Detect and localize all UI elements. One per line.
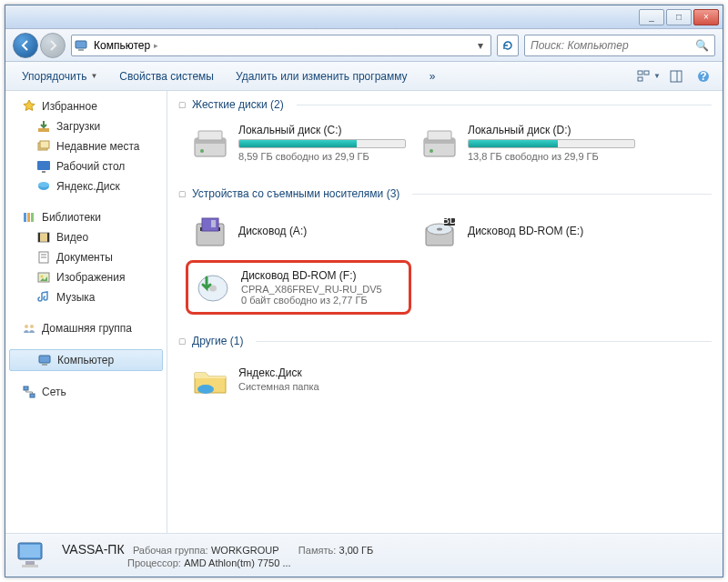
refresh-icon (501, 39, 514, 52)
pane-icon (670, 70, 682, 83)
svg-rect-11 (40, 141, 49, 148)
drive-item[interactable]: Локальный диск (C:)8,59 ГБ свободно из 2… (186, 118, 411, 167)
status-cpu-label: Процессор: (127, 557, 181, 568)
group-title: Другие (1) (192, 335, 243, 347)
computer-icon (74, 38, 88, 53)
refresh-button[interactable] (497, 35, 519, 56)
sidebar-computer[interactable]: Компьютер (9, 349, 163, 371)
toolbar: Упорядочить▼ Свойства системы Удалить ил… (5, 62, 723, 91)
svg-rect-32 (30, 394, 35, 397)
sidebar-favorites[interactable]: Избранное (5, 96, 167, 116)
triangle-icon: ▢ (178, 100, 187, 109)
minimize-button[interactable]: _ (639, 9, 664, 25)
svg-rect-2 (638, 71, 642, 75)
drive-item[interactable]: Дисковод (A:) (186, 207, 411, 256)
system-properties-button[interactable]: Свойства системы (110, 66, 223, 86)
sidebar-label: Документы (56, 251, 113, 264)
bdrom-icon: BD (420, 213, 459, 251)
drive-item[interactable]: Яндекс.ДискСистемная папка (186, 355, 411, 404)
sidebar-homegroup[interactable]: Домашняя группа (5, 318, 167, 338)
uninstall-program-button[interactable]: Удалить или изменить программу (227, 66, 417, 86)
svg-rect-9 (38, 128, 49, 132)
sidebar-item-desktop[interactable]: Рабочий стол (5, 156, 167, 176)
sidebar-item-recent[interactable]: Недавние места (5, 136, 167, 156)
navbar: Компьютер▸ ▾ 🔍 (5, 29, 723, 62)
search-box[interactable]: 🔍 (524, 35, 715, 56)
computer-icon (37, 353, 52, 367)
svg-rect-4 (638, 77, 642, 81)
sidebar-item-music[interactable]: Музыка (5, 287, 167, 307)
item-name: Дисковод BD-ROM (F:) (241, 269, 403, 282)
drive-item[interactable]: BDДисковод BD-ROM (E:) (415, 207, 641, 256)
sidebar-item-video[interactable]: Видео (5, 227, 167, 247)
drive-item[interactable]: Дисковод BD-ROM (F:)CPRA_X86FREV_RU-RU_D… (186, 260, 411, 315)
svg-rect-44 (211, 220, 216, 227)
forward-button[interactable] (40, 33, 66, 58)
yandex-disk-icon (36, 179, 51, 194)
folder-yd-icon (191, 360, 229, 398)
svg-text:BD: BD (442, 214, 458, 226)
svg-point-15 (38, 182, 49, 187)
computer-large-icon (15, 537, 51, 574)
divider (412, 194, 712, 195)
sidebar-network[interactable]: Сеть (5, 382, 167, 402)
organize-button[interactable]: Упорядочить▼ (13, 66, 106, 86)
floppy-icon (191, 213, 229, 251)
svg-rect-31 (24, 386, 28, 390)
svg-rect-56 (22, 565, 38, 567)
close-button[interactable]: × (693, 9, 719, 25)
desktop-icon (36, 159, 51, 174)
breadcrumb-item[interactable]: Компьютер▸ (88, 37, 164, 54)
item-name: Локальный диск (D:) (468, 124, 635, 136)
svg-rect-18 (31, 213, 34, 222)
svg-point-35 (200, 149, 204, 153)
status-memory: 3,00 ГБ (339, 545, 374, 556)
documents-icon (36, 250, 51, 265)
svg-rect-16 (24, 213, 26, 222)
hdd-icon (191, 124, 229, 162)
item-subtitle: Системная папка (238, 381, 406, 392)
breadcrumb-label: Компьютер (94, 39, 150, 52)
item-name: Локальный диск (C:) (238, 124, 406, 136)
toolbar-overflow-button[interactable]: » (420, 66, 445, 86)
svg-rect-13 (42, 171, 46, 173)
sidebar-item-documents[interactable]: Документы (5, 247, 167, 267)
svg-rect-55 (25, 561, 35, 565)
address-bar[interactable]: Компьютер▸ ▾ (71, 35, 491, 56)
sidebar-label: Яндекс.Диск (56, 180, 120, 193)
triangle-icon: ▢ (178, 189, 187, 198)
help-icon: ? (697, 70, 710, 83)
homegroup-icon (22, 321, 36, 336)
sidebar-label: Загрузки (56, 120, 100, 133)
item-free-space: 13,8 ГБ свободно из 29,9 ГБ (468, 151, 635, 162)
view-options-button[interactable]: ▼ (637, 66, 661, 86)
item-subtitle: CPRA_X86FREV_RU-RU_DV5 (241, 284, 403, 295)
back-button[interactable] (13, 33, 38, 58)
titlebar[interactable]: _ □ × (5, 5, 723, 29)
sidebar-label: Компьютер (57, 354, 114, 366)
preview-pane-button[interactable] (664, 66, 688, 86)
svg-rect-17 (27, 213, 30, 222)
drive-item[interactable]: Локальный диск (D:)13,8 ГБ свободно из 2… (415, 118, 641, 167)
address-dropdown[interactable]: ▾ (472, 39, 489, 52)
sidebar-label: Рабочий стол (56, 160, 125, 173)
sidebar-item-yandexdisk[interactable]: Яндекс.Диск (5, 176, 167, 196)
item-free-space: 8,59 ГБ свободно из 29,9 ГБ (238, 151, 406, 162)
sidebar-item-pictures[interactable]: Изображения (5, 267, 167, 287)
maximize-button[interactable]: □ (666, 9, 692, 25)
capacity-bar (238, 139, 406, 148)
sidebar-label: Изображения (56, 271, 125, 284)
content-pane: ▢Жесткие диски (2)Локальный диск (C:)8,5… (167, 91, 723, 533)
status-computer-name: VASSA-ПК (62, 542, 125, 557)
item-name: Дисковод (A:) (238, 225, 406, 237)
recent-icon (36, 139, 51, 154)
sidebar-item-downloads[interactable]: Загрузки (5, 116, 167, 136)
group-header[interactable]: ▢Другие (1) (167, 331, 723, 351)
help-button[interactable]: ? (692, 66, 715, 86)
group-header[interactable]: ▢Жесткие диски (2) (167, 95, 723, 115)
item-name: Яндекс.Диск (238, 366, 406, 379)
group-header[interactable]: ▢Устройства со съемными носителями (3) (167, 184, 723, 204)
svg-rect-30 (42, 364, 47, 366)
search-input[interactable] (531, 39, 695, 52)
sidebar-libraries[interactable]: Библиотеки (5, 207, 167, 227)
